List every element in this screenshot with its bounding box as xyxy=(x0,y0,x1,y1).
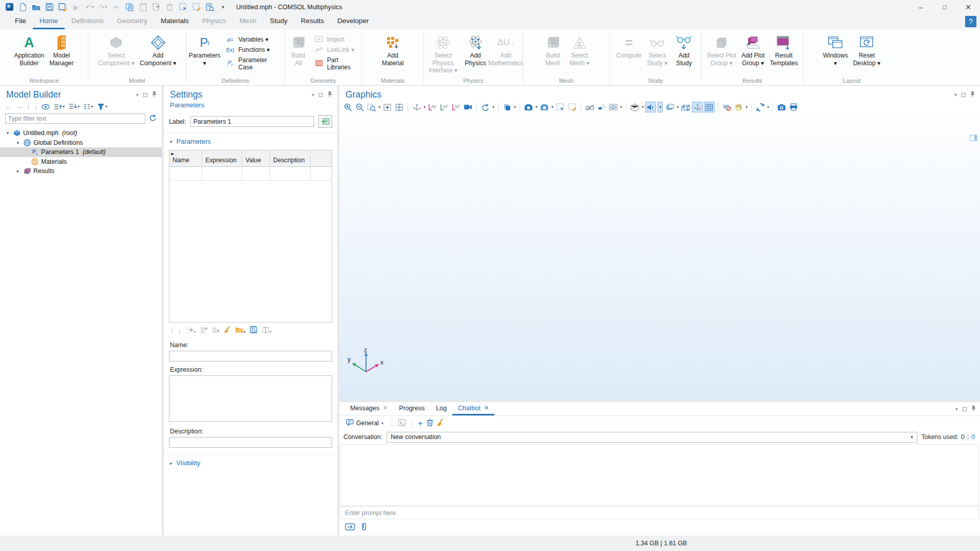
graphics-canvas[interactable]: z y x xyxy=(339,114,980,400)
maximize-button[interactable]: □ xyxy=(933,0,956,14)
show-hide-icon[interactable] xyxy=(42,104,50,110)
save-icon[interactable] xyxy=(43,2,56,13)
help-button[interactable]: ? xyxy=(965,16,976,27)
find-icon[interactable] xyxy=(203,2,216,13)
clear-selection-icon[interactable] xyxy=(190,2,203,13)
dropdown-caret-icon[interactable]: ▾ xyxy=(424,105,426,109)
panel-float-icon[interactable] xyxy=(963,407,967,411)
save-as-icon[interactable] xyxy=(56,2,69,13)
image-export-icon[interactable] xyxy=(539,102,550,112)
windows-button[interactable]: Windows ▾ xyxy=(820,32,851,68)
rename-label-button[interactable] xyxy=(318,115,332,128)
dropdown-caret-icon[interactable]: ▾ xyxy=(551,105,553,109)
expression-input[interactable] xyxy=(169,375,332,422)
result-templates-button[interactable]: Result Templates xyxy=(767,32,801,68)
dropdown-caret-icon[interactable]: ▾ xyxy=(620,105,622,109)
tab-log[interactable]: Log xyxy=(430,402,452,415)
parameters-button[interactable]: Pi Parameters ▾ xyxy=(186,32,223,68)
panel-pin-icon[interactable] xyxy=(971,405,976,413)
parameters-section-header[interactable]: ▾ Parameters xyxy=(164,133,337,148)
delete-conversation-icon[interactable] xyxy=(427,419,433,428)
column-header-description[interactable]: Description xyxy=(270,150,311,167)
variables-button[interactable]: a=Variables ▾ xyxy=(223,35,271,44)
name-input[interactable] xyxy=(169,351,332,362)
color-palette-icon[interactable] xyxy=(733,102,744,112)
tab-mesh[interactable]: Mesh xyxy=(233,14,263,29)
tree-item-materials[interactable]: Materials xyxy=(0,157,162,167)
tab-home[interactable]: Home xyxy=(33,14,65,29)
model-manager-button[interactable]: Model Manager xyxy=(47,32,76,68)
panel-menu-icon[interactable]: ▾ xyxy=(955,406,958,412)
load-from-file-icon[interactable]: ▾ xyxy=(235,327,245,335)
sound-toggle-icon[interactable] xyxy=(645,102,656,112)
visibility-section-header[interactable]: ▸ Visibility xyxy=(164,454,337,470)
open-file-icon[interactable] xyxy=(30,2,43,13)
add-component-button[interactable]: Add Component ▾ xyxy=(137,32,179,68)
tab-physics[interactable]: Physics xyxy=(196,14,233,29)
parameter-case-button[interactable]: PiParameter Case xyxy=(223,56,284,71)
hide-objects-icon[interactable] xyxy=(584,102,595,112)
dropdown-caret-icon[interactable]: ▾ xyxy=(378,105,380,109)
tree-item-root[interactable]: ▾ Untitled.mph (root) xyxy=(0,128,162,138)
print-icon[interactable] xyxy=(788,102,799,112)
tab-developer[interactable]: Developer xyxy=(331,14,376,29)
scene-refresh-icon[interactable] xyxy=(755,102,765,112)
tab-definitions[interactable]: Definitions xyxy=(65,14,110,29)
panel-menu-icon[interactable]: ▾ xyxy=(312,92,314,98)
select-box-icon[interactable] xyxy=(177,2,189,13)
collapse-all-icon[interactable]: ▾ xyxy=(54,103,65,110)
filter-input[interactable] xyxy=(5,113,145,124)
zoom-in-icon[interactable] xyxy=(342,102,353,112)
collapse-caret-icon[interactable]: ▾ xyxy=(15,140,21,145)
color-layers-icon[interactable] xyxy=(502,102,512,112)
add-plot-group-button[interactable]: Add Plot Group ▾ xyxy=(739,32,767,68)
close-tab-icon[interactable]: ✕ xyxy=(484,405,489,411)
screenshot-icon[interactable] xyxy=(776,102,787,112)
panel-pin-icon[interactable] xyxy=(152,91,157,99)
panel-menu-icon[interactable]: ▾ xyxy=(136,92,139,98)
tab-progress[interactable]: Progress xyxy=(393,402,430,415)
panel-pin-icon[interactable] xyxy=(328,91,332,99)
functions-button[interactable]: f(x)Functions ▾ xyxy=(223,46,272,54)
save-to-file-icon[interactable] xyxy=(250,326,257,335)
tab-messages[interactable]: Messages ✕ xyxy=(344,402,393,415)
copy-icon[interactable] xyxy=(123,2,136,13)
add-physics-button[interactable]: Add Physics xyxy=(462,32,489,68)
minimize-button[interactable]: – xyxy=(909,0,933,14)
panel-pin-icon[interactable] xyxy=(970,91,975,99)
tree-item-results[interactable]: ▸ Results xyxy=(0,166,162,176)
bounding-box-icon[interactable] xyxy=(680,102,691,112)
dropdown-caret-icon[interactable]: ▾ xyxy=(677,105,679,109)
scene-camera-icon[interactable] xyxy=(463,102,473,112)
zoom-out-icon[interactable] xyxy=(354,102,365,112)
panel-float-icon[interactable] xyxy=(143,93,147,97)
panel-float-icon[interactable] xyxy=(962,93,966,97)
parameters-table[interactable]: ▸▸ Name Expression Value Description xyxy=(169,150,332,322)
zoom-selected-icon[interactable] xyxy=(394,102,405,112)
tab-results[interactable]: Results xyxy=(294,14,331,29)
tab-study[interactable]: Study xyxy=(263,14,294,29)
attach-file-icon[interactable] xyxy=(361,522,366,533)
transparency-icon[interactable] xyxy=(596,102,607,112)
scene-settings-icon[interactable] xyxy=(664,102,675,112)
label-input[interactable] xyxy=(190,116,314,127)
sound-dropdown-caret-icon[interactable]: ▾ xyxy=(658,102,663,112)
chat-mode-button[interactable]: General ▾ xyxy=(343,418,386,428)
axis-indicator-toggle-icon[interactable] xyxy=(692,102,703,112)
rotate-view-icon[interactable] xyxy=(480,102,491,112)
go-to-default-view-icon[interactable] xyxy=(411,102,422,112)
reset-desktop-button[interactable]: Reset Desktop ▾ xyxy=(851,32,883,68)
forward-icon[interactable]: → xyxy=(16,103,23,110)
view-xy-plane-icon[interactable]: xy xyxy=(427,102,438,112)
clear-conversation-icon[interactable] xyxy=(437,419,444,428)
send-prompt-icon[interactable] xyxy=(345,523,355,532)
application-builder-button[interactable]: A Application Builder xyxy=(11,32,47,68)
back-icon[interactable]: ← xyxy=(5,103,12,110)
image-snapshot-icon[interactable] xyxy=(523,102,534,112)
column-header-name[interactable]: Name xyxy=(169,150,202,167)
move-down-icon[interactable]: ↓ xyxy=(34,103,38,110)
panel-menu-icon[interactable]: ▾ xyxy=(954,92,957,98)
column-header-value[interactable]: Value xyxy=(242,150,270,167)
expand-caret-icon[interactable]: ▸ xyxy=(15,168,21,174)
hide-labels-icon[interactable] xyxy=(721,102,732,112)
